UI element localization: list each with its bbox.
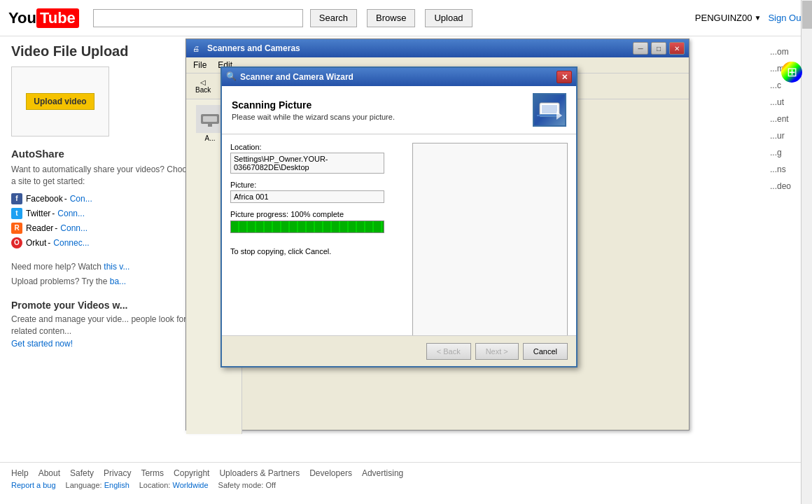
sign-out-link[interactable]: Sign Out — [768, 13, 804, 23]
promote-title: Promote your Videos w... — [11, 300, 200, 311]
twitter-connect-link[interactable]: Conn... — [57, 209, 85, 218]
orkut-label: Orkut — [26, 238, 46, 248]
back-icon: ◁ — [200, 78, 206, 86]
scanners-minimize-button[interactable]: ─ — [633, 42, 648, 55]
footer-help-link[interactable]: Help — [11, 468, 29, 478]
reader-item: R Reader - Conn... — [11, 223, 200, 234]
footer-about-link[interactable]: About — [38, 468, 60, 478]
browse-button[interactable]: Browse — [367, 9, 415, 27]
picture-value: Africa 001 — [230, 190, 384, 203]
report-bug-link[interactable]: Report a bug — [11, 481, 56, 489]
username-label: PENGUINZ00 — [695, 13, 752, 23]
scanners-menu-file[interactable]: File — [189, 59, 211, 71]
wizard-title-icon: 🔍 — [226, 71, 237, 83]
promote-section: Promote your Videos w... Create and mana… — [11, 300, 200, 350]
wizard-next-button[interactable]: Next > — [475, 343, 519, 360]
wizard-titlebar: 🔍 Scanner and Camera Wizard ✕ — [222, 68, 576, 86]
logo-you: You — [8, 9, 36, 27]
wizard-back-button[interactable]: < Back — [426, 343, 471, 360]
scanners-titlebar: 🖨 Scanners and Cameras ─ □ ✕ — [186, 39, 689, 57]
scanners-title-icon: 🖨 — [190, 43, 202, 54]
scanners-maximize-button[interactable]: □ — [651, 42, 666, 55]
youtube-logo[interactable]: YouTube — [8, 8, 79, 28]
wizard-scanning-title: Scanning Picture — [232, 99, 533, 111]
user-dropdown[interactable]: PENGUINZ00 ▼ — [695, 13, 762, 23]
footer-links: Help About Safety Privacy Terms Copyrigh… — [11, 468, 801, 478]
facebook-icon: f — [11, 193, 22, 204]
search-input[interactable] — [93, 9, 303, 27]
twitter-label: Twitter — [26, 209, 50, 218]
scanner-device-label: A... — [204, 134, 215, 142]
footer-copyright-link[interactable]: Copyright — [174, 468, 209, 478]
back-toolbar-button[interactable]: ◁ Back — [192, 76, 214, 96]
search-button[interactable]: Search — [310, 9, 357, 27]
left-column: Video File Upload Upload video AutoShare… — [11, 43, 200, 455]
wizard-title-text: Scanner and Camera Wizard — [240, 72, 556, 82]
promote-description: Create and manage your vide... people lo… — [11, 314, 200, 337]
reader-label: Reader — [26, 223, 53, 233]
scanners-close-button[interactable]: ✕ — [669, 42, 685, 55]
autoshare-description: Want to automatically share your videos?… — [11, 164, 200, 188]
wizard-left-panel: Location: Settings\HP_Owner.YOUR-0366708… — [230, 143, 405, 347]
help-line1: Need more help? Watch this v... — [11, 260, 200, 275]
twitter-item: t Twitter - Conn... — [11, 208, 200, 219]
facebook-label: Facebook — [26, 194, 63, 204]
upload-video-button[interactable]: Upload video — [26, 93, 94, 110]
language-link[interactable]: English — [104, 481, 130, 489]
progress-bar-outer — [230, 220, 384, 233]
footer-uploaders-link[interactable]: Uploaders & Partners — [219, 468, 300, 478]
orkut-item: O Orkut - Connec... — [11, 237, 200, 248]
footer-location: Location: Worldwide — [139, 481, 209, 489]
footer-safety-mode: Safety mode: Off — [218, 481, 276, 489]
logo-tube: Tube — [36, 8, 79, 28]
help-basic-link[interactable]: ba... — [110, 276, 126, 286]
progress-label: Picture progress: 100% complete — [230, 210, 405, 218]
footer: Help About Safety Privacy Terms Copyrigh… — [0, 462, 812, 504]
scanner-device-icon — [196, 105, 224, 133]
footer-safety-link[interactable]: Safety — [70, 468, 94, 478]
upload-button[interactable]: Upload — [425, 9, 472, 27]
footer-sub: Report a bug Language: English Location:… — [11, 481, 801, 489]
location-label: Location: — [230, 143, 405, 151]
wizard-header-icon — [533, 93, 566, 127]
scrollbar-thumb[interactable] — [802, 1, 812, 29]
reader-connect-link[interactable]: Conn... — [60, 223, 88, 233]
facebook-item: f Facebook - Con... — [11, 193, 200, 204]
back-label: Back — [195, 86, 211, 94]
wizard-cancel-button[interactable]: Cancel — [523, 343, 568, 360]
stop-copying-text: To stop copying, click Cancel. — [230, 247, 405, 255]
help-video-link[interactable]: this v... — [104, 262, 130, 272]
reader-icon: R — [11, 223, 22, 234]
footer-privacy-link[interactable]: Privacy — [104, 468, 131, 478]
footer-developers-link[interactable]: Developers — [309, 468, 352, 478]
help-section: Need more help? Watch this v... Upload p… — [11, 260, 200, 290]
orkut-icon: O — [11, 237, 22, 248]
wizard-close-button[interactable]: ✕ — [556, 71, 572, 83]
autoshare-title: AutoShare — [11, 148, 200, 160]
orkut-connect-link[interactable]: Connec... — [53, 238, 89, 248]
page-title: Video File Upload — [11, 43, 200, 59]
wizard-preview-area — [412, 143, 568, 347]
svg-rect-4 — [542, 105, 557, 113]
facebook-connect-link[interactable]: Con... — [70, 194, 92, 204]
youtube-header: YouTube Search Browse Upload PENGUINZ00 … — [0, 0, 812, 36]
scanners-title-text: Scanners and Cameras — [207, 43, 630, 53]
wizard-dialog: 🔍 Scanner and Camera Wizard ✕ Scanning P… — [220, 66, 578, 368]
twitter-icon: t — [11, 208, 22, 219]
wizard-header-text: Scanning Picture Please wait while the w… — [232, 99, 533, 121]
wizard-header: Scanning Picture Please wait while the w… — [222, 86, 576, 134]
svg-rect-1 — [203, 116, 217, 122]
dropdown-arrow-icon: ▼ — [755, 14, 762, 22]
progress-bar-inner — [231, 221, 384, 232]
windows-xp-logo: ⊞ — [781, 62, 802, 83]
footer-advertising-link[interactable]: Advertising — [362, 468, 403, 478]
get-started-link[interactable]: Get started now! — [11, 339, 73, 349]
picture-field: Picture: Africa 001 — [230, 181, 405, 203]
footer-language: Language: English — [66, 481, 130, 489]
help-line2: Upload problems? Try the ba... — [11, 274, 200, 290]
upload-box: Upload video — [11, 66, 109, 136]
page-scrollbar[interactable] — [801, 0, 812, 504]
wizard-body: Location: Settings\HP_Owner.YOUR-0366708… — [222, 134, 576, 356]
footer-terms-link[interactable]: Terms — [141, 468, 164, 478]
location-link[interactable]: Worldwide — [172, 481, 208, 489]
